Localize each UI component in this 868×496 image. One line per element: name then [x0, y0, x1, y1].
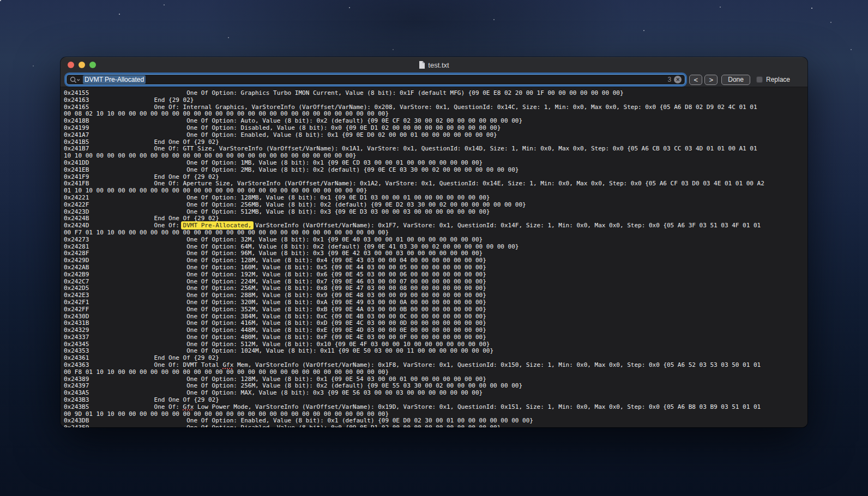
- misspelled-word: Gfx: [183, 403, 194, 410]
- window-title: test.txt: [428, 61, 449, 69]
- editor-line: 0x2422F One Of Option: 256MB, Value (8 b…: [64, 202, 807, 209]
- search-match-highlight: DVMT Pre-Allocated,: [181, 221, 254, 229]
- zoom-button[interactable]: [89, 62, 96, 68]
- editor-line: 0x24329 One Of Option: 448M, Value (8 bi…: [64, 327, 807, 334]
- search-icon[interactable]: [70, 76, 80, 83]
- replace-label[interactable]: Replace: [766, 76, 790, 83]
- editor-line: 0x241EB One Of Option: 2MB, Value (8 bit…: [64, 167, 807, 174]
- editor-line: 0x243B5 One Of: Gfx Low Power Mode, VarS…: [64, 404, 807, 411]
- clear-search-button[interactable]: ✕: [674, 76, 682, 83]
- editor-line: 0x242AB One Of Option: 160M, Value (8 bi…: [64, 264, 807, 271]
- editor-line: 0x24221 One Of Option: 128MB, Value (8 b…: [64, 195, 807, 202]
- editor-line: 0x24337 One Of Option: 480M, Value (8 bi…: [64, 334, 807, 341]
- desktop-wallpaper: test.txt DVMT Pre-Allocated 3 ✕ < > Done: [0, 0, 868, 496]
- misspelled-word: Gfx: [222, 361, 233, 368]
- find-bar: DVMT Pre-Allocated 3 ✕ < > Done Replace: [61, 72, 807, 87]
- find-previous-button[interactable]: <: [689, 75, 702, 85]
- window-titlebar[interactable]: test.txt: [61, 57, 807, 72]
- editor-line: 00 F8 01 10 10 00 00 00 00 00 00 00 00 0…: [64, 369, 807, 376]
- find-navigation: < >: [689, 75, 718, 85]
- editor-line: 0x241A7 One Of Option: Enabled, Value (8…: [64, 132, 807, 139]
- window-title-area: test.txt: [61, 57, 807, 72]
- editor-line: 0x242E3 One Of Option: 288M, Value (8 bi…: [64, 292, 807, 299]
- search-input-value[interactable]: DVMT Pre-Allocated: [83, 75, 146, 84]
- text-editor-content[interactable]: 0x24155 One Of Option: Graphics Turbo IM…: [61, 87, 807, 427]
- find-next-button[interactable]: >: [704, 75, 718, 85]
- editor-line: 0x2429D One Of Option: 128M, Value (8 bi…: [64, 257, 807, 264]
- document-icon: [419, 61, 425, 69]
- match-count: 3: [668, 76, 672, 83]
- minimize-button[interactable]: [79, 62, 85, 68]
- editor-line: 0x243E9 One Of Option: Disabled, Value (…: [64, 425, 807, 427]
- traffic-lights: [68, 62, 96, 68]
- editor-line: 0x24363 One Of: DVMT Total Gfx Mem, VarS…: [64, 362, 807, 369]
- editor-line: 00 F7 01 10 10 00 00 00 00 00 00 00 00 0…: [64, 229, 807, 237]
- editor-line: 0x241DD One Of Option: 1MB, Value (8 bit…: [64, 160, 807, 167]
- editor-line: 0x24273 One Of Option: 32M, Value (8 bit…: [64, 237, 807, 244]
- editor-line: 0x242F1 One Of Option: 320M, Value (8 bi…: [64, 299, 807, 306]
- editor-line: 0x24155 One Of Option: Graphics Turbo IM…: [64, 90, 807, 97]
- done-button[interactable]: Done: [721, 75, 750, 85]
- textedit-window: test.txt DVMT Pre-Allocated 3 ✕ < > Done: [61, 57, 807, 427]
- editor-line: 0x242B9 One Of Option: 192M, Value (8 bi…: [64, 271, 807, 279]
- editor-line: 0x242FF One Of Option: 352M, Value (8 bi…: [64, 306, 807, 313]
- editor-line: 0x243B3 End One Of {29 02}: [64, 397, 807, 404]
- editor-line: 0x24163 End {29 02}: [64, 97, 807, 104]
- search-field[interactable]: DVMT Pre-Allocated 3 ✕: [66, 74, 685, 85]
- replace-checkbox[interactable]: [756, 76, 763, 83]
- editor-line: 0x24199 One Of Option: Disabled, Value (…: [64, 125, 807, 132]
- close-button[interactable]: [68, 62, 74, 68]
- replace-control: Replace: [756, 76, 790, 83]
